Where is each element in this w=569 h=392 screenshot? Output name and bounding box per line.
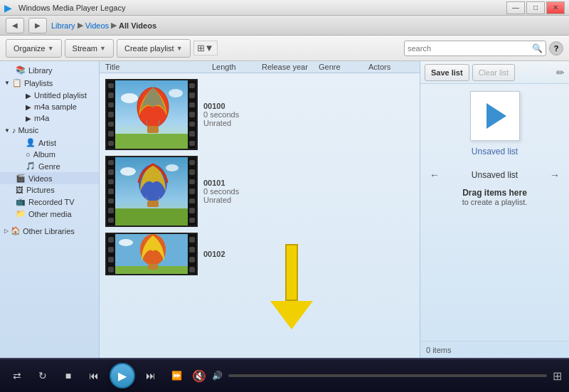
- sidebar-other-media[interactable]: 📁 Other media: [0, 208, 99, 220]
- search-box: 🔍: [404, 41, 546, 56]
- film-thumbnail-2: [105, 156, 198, 227]
- minimize-button[interactable]: —: [506, 1, 525, 14]
- sidebar-m4a[interactable]: ▶ m4a: [0, 112, 99, 124]
- breadcrumb-all-videos[interactable]: All Videos: [119, 21, 156, 30]
- sidebar-untitled-playlist[interactable]: ▶ Untitled playlist: [0, 90, 99, 101]
- playlist-item-icon-2: ▶: [26, 103, 31, 111]
- fast-forward-button[interactable]: ⏩: [166, 366, 186, 386]
- play-triangle-icon: [486, 103, 506, 129]
- toolbar: Organize ▼ Stream ▼ Create playlist ▼ ⊞▼…: [0, 36, 569, 61]
- svg-point-7: [121, 93, 138, 103]
- film-thumbnail: [105, 79, 198, 150]
- svg-point-16: [166, 164, 179, 171]
- pictures-icon: 🖼: [16, 186, 23, 194]
- window-controls: — □ ✕: [506, 1, 565, 14]
- svg-rect-20: [148, 264, 158, 270]
- organize-button[interactable]: Organize ▼: [6, 39, 62, 58]
- right-status: 0 items: [420, 341, 569, 358]
- col-length[interactable]: Length: [212, 63, 262, 71]
- bottom-bar: ⇄ ↻ ■ ⏮ ▶ ⏭ ⏩ 🔇 🔊 ⊞: [0, 358, 569, 392]
- repeat-button[interactable]: ↻: [33, 366, 53, 386]
- list-item[interactable]: 00100 0 seconds Unrated: [100, 76, 420, 153]
- search-icon[interactable]: 🔍: [529, 43, 546, 53]
- pane-back-button[interactable]: ←: [427, 168, 442, 182]
- sidebar-genre[interactable]: 🎵 Genre: [0, 160, 99, 172]
- sidebar-playlists-header[interactable]: ▼ 📋 Playlists: [0, 76, 99, 90]
- playlist-area: Unsaved list ← Unsaved list → Drag items…: [420, 84, 569, 341]
- main-content: 📚 Library ▼ 📋 Playlists ▶ Untitled playl…: [0, 61, 569, 358]
- expand-other-icon: ▷: [4, 228, 9, 234]
- sidebar-other-libraries-header[interactable]: ▷ 🏠 Other Libraries: [0, 224, 99, 238]
- column-headers: Title Length Release year Genre Actors: [100, 61, 420, 73]
- mute-icon[interactable]: 🔇: [192, 369, 206, 383]
- title-bar: ▶ Windows Media Player Legacy — □ ✕: [0, 0, 569, 16]
- pane-forward-button[interactable]: →: [548, 168, 562, 182]
- album-icon: ○: [26, 150, 31, 159]
- svg-point-21: [119, 239, 133, 246]
- speaker-icon[interactable]: 🔊: [212, 371, 223, 381]
- pane-nav-row: ← Unsaved list →: [427, 168, 562, 182]
- video-list: 00100 0 seconds Unrated: [100, 73, 420, 358]
- list-item[interactable]: 00102: [100, 230, 420, 278]
- col-title[interactable]: Title: [105, 63, 212, 71]
- save-list-button[interactable]: Save list: [425, 64, 469, 81]
- playlist-item-icon-3: ▶: [26, 115, 31, 122]
- back-button[interactable]: ◀: [6, 18, 24, 33]
- create-playlist-button[interactable]: Create playlist ▼: [117, 39, 191, 58]
- prev-button[interactable]: ⏮: [84, 366, 104, 386]
- app-icon: ▶: [4, 2, 16, 14]
- sidebar-recorded-tv[interactable]: 📺 Recorded TV: [0, 196, 99, 208]
- col-genre[interactable]: Genre: [319, 63, 368, 71]
- breadcrumb[interactable]: Library ▶ Videos ▶ All Videos: [51, 21, 156, 30]
- grid-view-icon[interactable]: ⊞: [553, 369, 562, 383]
- breadcrumb-videos[interactable]: Videos: [85, 21, 109, 30]
- progress-bar[interactable]: [228, 374, 547, 377]
- edit-list-icon[interactable]: ✏: [556, 67, 565, 78]
- maximize-button[interactable]: □: [526, 1, 545, 14]
- search-input[interactable]: [405, 44, 529, 53]
- play-button[interactable]: ▶: [110, 363, 135, 388]
- drag-hint-bold: Drag items here: [462, 188, 527, 198]
- close-button[interactable]: ✕: [546, 1, 565, 14]
- next-button[interactable]: ⏭: [141, 366, 161, 386]
- unsaved-list-center-label: Unsaved list: [472, 170, 518, 180]
- video-metadata: 00100 0 seconds Unrated: [203, 102, 239, 127]
- right-toolbar: Save list Clear list ✏: [420, 61, 569, 84]
- svg-point-8: [169, 89, 183, 97]
- col-actors[interactable]: Actors: [368, 63, 414, 71]
- unsaved-list-label: Unsaved list: [472, 147, 518, 157]
- sidebar-album[interactable]: ○ Album: [0, 149, 99, 160]
- right-panel: Save list Clear list ✏ Unsaved list ← Un…: [420, 61, 569, 358]
- tv-icon: 📺: [16, 197, 26, 206]
- video-metadata-2: 00101 0 seconds Unrated: [203, 179, 239, 204]
- help-button[interactable]: ?: [549, 41, 563, 55]
- sidebar-videos[interactable]: 🎬 Videos: [0, 172, 99, 184]
- svg-rect-4: [147, 126, 159, 133]
- sidebar-m4a-sample[interactable]: ▶ m4a sample: [0, 101, 99, 112]
- address-bar: ◀ ▶ Library ▶ Videos ▶ All Videos: [0, 16, 569, 36]
- view-options-button[interactable]: ⊞▼: [193, 41, 218, 55]
- stream-button[interactable]: Stream ▼: [65, 39, 114, 58]
- col-year[interactable]: Release year: [262, 63, 319, 71]
- sidebar-artist[interactable]: 👤 Artist: [0, 137, 99, 149]
- shuffle-button[interactable]: ⇄: [7, 366, 27, 386]
- other-lib-icon: 🏠: [11, 226, 21, 235]
- forward-button[interactable]: ▶: [28, 18, 47, 33]
- expand-icon: ▼: [4, 80, 10, 86]
- playlists-icon: 📋: [12, 78, 22, 88]
- playlist-item-icon: ▶: [26, 92, 31, 100]
- breadcrumb-library[interactable]: Library: [51, 21, 75, 30]
- expand-music-icon: ▼: [4, 127, 10, 134]
- video-metadata-3: 00102: [203, 250, 225, 258]
- stop-button[interactable]: ■: [58, 366, 78, 386]
- genre-icon: 🎵: [26, 161, 36, 171]
- clear-list-button[interactable]: Clear list: [472, 64, 516, 81]
- sidebar-item-library[interactable]: 📚 Library: [0, 64, 99, 76]
- sidebar-music-header[interactable]: ▼ ♪ Music: [0, 124, 99, 137]
- sidebar-pictures[interactable]: 🖼 Pictures: [0, 184, 99, 196]
- drag-hint-sub: to create a playlist.: [462, 198, 528, 206]
- list-item[interactable]: 00101 0 seconds Unrated: [100, 153, 420, 230]
- film-thumbnail-3: [105, 233, 198, 275]
- svg-point-15: [120, 167, 136, 176]
- center-panel: Title Length Release year Genre Actors: [100, 61, 420, 358]
